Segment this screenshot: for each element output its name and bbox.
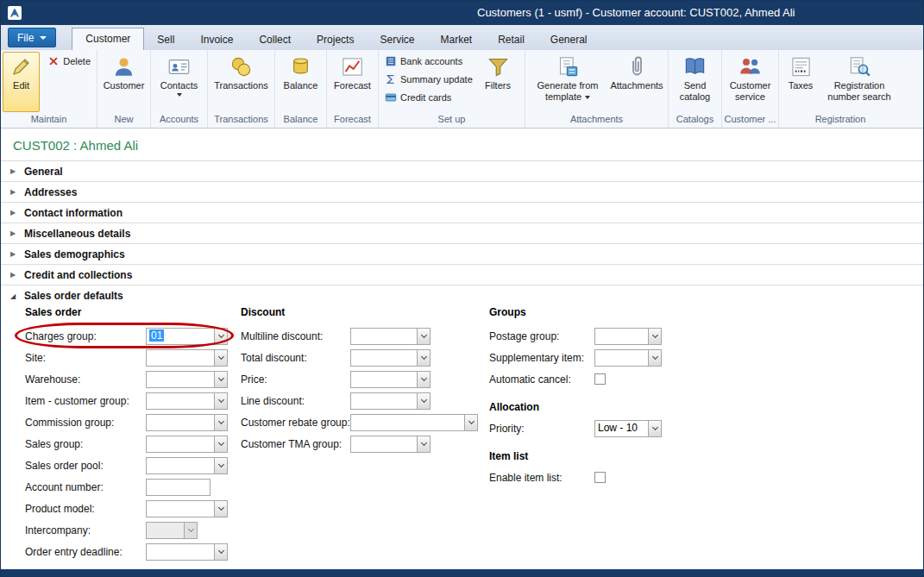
section-label: Contact information: [24, 207, 123, 219]
tab-projects[interactable]: Projects: [304, 29, 367, 50]
automatic-cancel-checkbox[interactable]: [594, 373, 606, 385]
item-customer-group-label: Item - customer group:: [25, 395, 146, 407]
chevron-down-icon[interactable]: [417, 350, 430, 366]
tab-service[interactable]: Service: [367, 29, 427, 50]
ribbon-group-setup: Bank accounts Summary update Credit: [379, 50, 525, 128]
sales-group-select[interactable]: [146, 436, 228, 453]
chevron-down-icon[interactable]: [417, 372, 430, 387]
send-catalog-button[interactable]: Send catalog: [670, 52, 720, 112]
chevron-down-icon[interactable]: [648, 350, 661, 366]
product-model-select[interactable]: [146, 500, 228, 517]
postage-group-select[interactable]: [594, 328, 662, 345]
tab-collect[interactable]: Collect: [246, 29, 304, 50]
commission-group-select[interactable]: [146, 414, 228, 431]
section-sales-demographics[interactable]: Sales demographics: [1, 244, 923, 265]
total-discount-select[interactable]: [350, 349, 431, 367]
expand-arrow-icon: [9, 188, 17, 196]
section-sales-order-defaults[interactable]: Sales order defaults: [1, 285, 923, 306]
tab-customer[interactable]: Customer: [72, 28, 144, 50]
chevron-down-icon[interactable]: [417, 436, 430, 452]
balance-button[interactable]: Balance: [277, 52, 324, 112]
new-customer-label: Customer: [104, 80, 145, 91]
form-content: CUST002 : Ahmed Ali General Addresses Co…: [1, 129, 923, 571]
group-heading-discount: Discount: [241, 306, 478, 325]
delete-button[interactable]: Delete: [43, 52, 95, 70]
site-label: Site:: [25, 352, 146, 364]
tab-retail[interactable]: Retail: [485, 29, 537, 50]
multiline-discount-select[interactable]: [350, 328, 431, 345]
chevron-down-icon[interactable]: [214, 329, 227, 344]
customer-rebate-group-select[interactable]: [350, 414, 478, 431]
chevron-down-icon[interactable]: [648, 421, 661, 436]
paperclip-icon: [625, 55, 649, 78]
line-discount-select[interactable]: [350, 392, 431, 410]
bank-accounts-button[interactable]: Bank accounts: [380, 52, 477, 70]
taxes-button[interactable]: Taxes: [781, 52, 820, 112]
item-customer-group-select[interactable]: [146, 392, 228, 410]
dynamics-ax-app-icon: [8, 6, 22, 20]
chevron-down-icon[interactable]: [214, 350, 227, 366]
summary-update-button[interactable]: Summary update: [380, 70, 477, 88]
new-customer-button[interactable]: Customer: [99, 52, 148, 112]
section-credit-and-collections[interactable]: Credit and collections: [1, 265, 923, 285]
filters-button[interactable]: Filters: [477, 52, 519, 112]
generate-from-template-button[interactable]: Generate from template: [527, 52, 608, 112]
ribbon-tab-row: File Customer Sell Invoice Collect Proje…: [1, 25, 923, 50]
chevron-down-icon[interactable]: [464, 415, 477, 430]
sales-group-label: Sales group:: [25, 438, 146, 450]
customer-tma-group-select[interactable]: [350, 436, 431, 453]
generate-from-template-label-line1: Generate from: [537, 80, 599, 91]
sales-order-pool-label: Sales order pool:: [25, 460, 146, 472]
order-entry-deadline-select[interactable]: [146, 543, 228, 561]
warehouse-select[interactable]: [146, 371, 228, 388]
chevron-down-icon[interactable]: [214, 393, 227, 409]
chevron-down-icon[interactable]: [214, 501, 227, 517]
forecast-button[interactable]: Forecast: [329, 52, 376, 112]
group-heading-item-list: Item list: [489, 446, 662, 467]
transactions-button[interactable]: Transactions: [210, 52, 273, 112]
price-select[interactable]: [350, 371, 431, 388]
section-label: Sales order defaults: [24, 290, 123, 302]
sales-order-pool-select[interactable]: [146, 457, 228, 474]
chevron-down-icon[interactable]: [214, 372, 227, 387]
section-general[interactable]: General: [1, 161, 923, 182]
section-miscellaneous-details[interactable]: Miscellaneous details: [1, 223, 923, 244]
ledger-book-icon: [385, 55, 397, 67]
tab-general[interactable]: General: [537, 29, 600, 50]
contacts-button[interactable]: Contacts: [153, 52, 205, 112]
file-menu-button[interactable]: File: [8, 28, 56, 47]
send-catalog-label: Send catalog: [671, 80, 719, 103]
edit-button[interactable]: Edit: [3, 52, 40, 112]
taxes-label: Taxes: [789, 80, 814, 91]
summary-update-label: Summary update: [400, 74, 473, 85]
delete-x-icon: [47, 55, 60, 67]
account-number-input[interactable]: [146, 479, 211, 496]
customer-service-button[interactable]: Customer service: [724, 52, 776, 112]
chevron-down-icon[interactable]: [417, 393, 430, 409]
section-label: Sales demographics: [24, 248, 125, 260]
charges-group-label: Charges group:: [25, 330, 146, 342]
chevron-down-icon[interactable]: [214, 544, 227, 560]
priority-select[interactable]: Low - 10: [594, 420, 662, 437]
contact-card-icon: [167, 55, 191, 78]
registration-number-search-button[interactable]: Registration number search: [820, 52, 898, 112]
chevron-down-icon[interactable]: [648, 329, 661, 344]
ribbon-group-label-balance: Balance: [275, 113, 326, 128]
attachments-button[interactable]: Attachments: [608, 52, 665, 112]
supplementary-item-select[interactable]: [594, 349, 662, 367]
charges-group-select[interactable]: 01: [146, 328, 228, 345]
tab-invoice[interactable]: Invoice: [187, 29, 246, 50]
ribbon-group-label-maintain: Maintain: [1, 113, 97, 128]
chevron-down-icon[interactable]: [214, 415, 227, 430]
tab-sell[interactable]: Sell: [144, 29, 187, 50]
site-select[interactable]: [146, 349, 228, 367]
credit-cards-button[interactable]: Credit cards: [380, 88, 477, 106]
chevron-down-icon[interactable]: [214, 458, 227, 474]
section-contact-information[interactable]: Contact information: [1, 203, 923, 223]
enable-item-list-checkbox[interactable]: [594, 472, 606, 483]
chevron-down-icon: [184, 523, 197, 538]
section-addresses[interactable]: Addresses: [1, 182, 923, 203]
tab-market[interactable]: Market: [427, 29, 485, 50]
chevron-down-icon[interactable]: [214, 436, 227, 452]
chevron-down-icon[interactable]: [417, 329, 430, 344]
